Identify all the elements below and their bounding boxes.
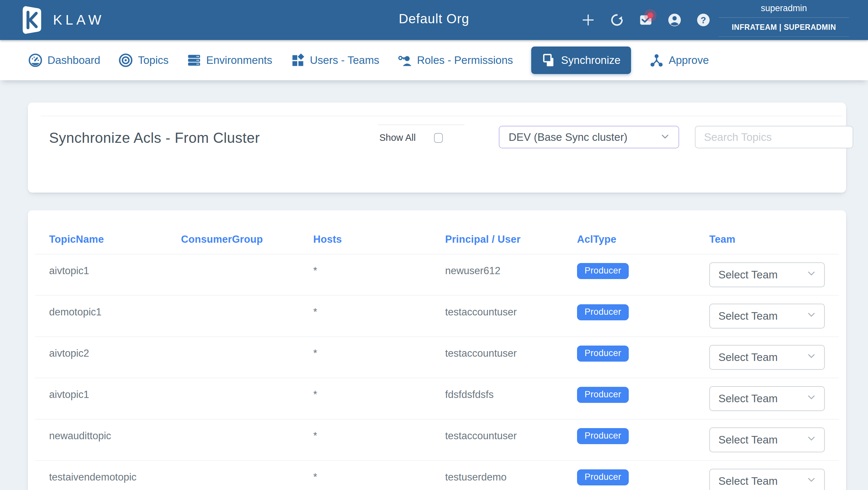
- table-row: demotopic1 * testaccountuser Producer Se…: [35, 296, 839, 337]
- nav-item-synchronize[interactable]: Synchronize: [531, 47, 631, 74]
- acl-type-badge: Producer: [577, 469, 629, 485]
- main-nav: Dashboard Topics Environments Users - Te…: [0, 40, 868, 80]
- cell-topicname: aivtopic1: [49, 389, 181, 401]
- nav-item-topics[interactable]: Topics: [119, 53, 168, 67]
- table-header-row: TopicName ConsumerGroup Hosts Principal …: [35, 210, 839, 255]
- table-row: newaudittopic * testaccountuser Producer…: [35, 420, 839, 461]
- acl-type-badge: Producer: [577, 346, 629, 362]
- cell-hosts: *: [313, 471, 445, 483]
- show-all-checkbox[interactable]: [434, 133, 443, 143]
- column-header-principal: Principal / User: [445, 234, 577, 245]
- user-block: superadmin INFRATEAM | SUPERADMIN: [719, 3, 849, 37]
- brand[interactable]: KLAW: [18, 4, 104, 36]
- cell-hosts: *: [313, 306, 445, 318]
- nav-label: Approve: [669, 54, 709, 66]
- acl-type-badge: Producer: [577, 304, 629, 320]
- nav-label: Synchronize: [561, 54, 621, 66]
- table-row: aivtopic2 * testaccountuser Producer Sel…: [35, 337, 839, 378]
- column-header-acltype: AclType: [577, 234, 709, 245]
- mail-icon[interactable]: [638, 12, 654, 28]
- select-team-dropdown[interactable]: Select Team: [709, 427, 825, 452]
- synchronize-icon: [542, 53, 556, 67]
- cell-topicname: aivtopic2: [49, 348, 181, 359]
- cell-principal: newuser612: [445, 265, 577, 277]
- cell-principal: testaccountuser: [445, 348, 577, 359]
- nav-item-roles-permissions[interactable]: Roles - Permissions: [398, 53, 513, 67]
- org-title: Default Org: [399, 11, 469, 26]
- acl-type-badge: Producer: [577, 428, 629, 444]
- cell-principal: fdsfdsfdsfs: [445, 389, 577, 401]
- klaw-logo: [18, 4, 44, 36]
- notification-dot: [647, 12, 653, 18]
- sync-acls-panel: Synchronize Acls - From Cluster Show All…: [28, 103, 846, 193]
- nav-item-environments[interactable]: Environments: [187, 53, 272, 67]
- topics-icon: [119, 53, 133, 67]
- acl-type-badge: Producer: [577, 263, 629, 279]
- select-team-dropdown[interactable]: Select Team: [709, 262, 825, 287]
- nav-label: Roles - Permissions: [417, 54, 513, 66]
- nav-label: Users - Teams: [310, 54, 379, 66]
- chevron-down-icon: [806, 309, 817, 323]
- brand-name: KLAW: [53, 12, 104, 28]
- cell-hosts: *: [313, 430, 445, 442]
- column-header-consumergroup: ConsumerGroup: [181, 234, 313, 245]
- table-row: testaivendemotopic * testuserdemo Produc…: [35, 461, 839, 490]
- select-team-dropdown[interactable]: Select Team: [709, 386, 825, 411]
- panel-divider: [41, 103, 842, 116]
- chevron-down-icon: [806, 392, 817, 405]
- cell-hosts: *: [313, 389, 445, 401]
- username[interactable]: superadmin: [719, 3, 849, 18]
- table-row: aivtopic1 * newuser612 Producer Select T…: [35, 255, 839, 296]
- cell-topicname: testaivendemotopic: [49, 471, 181, 483]
- plus-icon[interactable]: [580, 12, 596, 28]
- select-team-dropdown[interactable]: Select Team: [709, 345, 825, 370]
- cell-principal: testuserdemo: [445, 471, 577, 483]
- column-header-hosts: Hosts: [313, 234, 445, 245]
- table-body: aivtopic1 * newuser612 Producer Select T…: [28, 255, 846, 490]
- cell-topicname: aivtopic1: [49, 265, 181, 277]
- svg-text:?: ?: [701, 16, 706, 25]
- users-teams-icon: [291, 53, 305, 67]
- nav-item-dashboard[interactable]: Dashboard: [28, 53, 100, 67]
- cell-topicname: demotopic1: [49, 306, 181, 318]
- environments-icon: [187, 53, 201, 67]
- acl-type-badge: Producer: [577, 387, 629, 403]
- approve-icon: [649, 53, 664, 67]
- help-icon[interactable]: ?: [695, 12, 712, 28]
- cell-hosts: *: [313, 348, 445, 359]
- cell-hosts: *: [313, 265, 445, 277]
- cell-topicname: newaudittopic: [49, 430, 181, 442]
- chevron-down-icon: [806, 433, 817, 447]
- chevron-down-icon: [806, 474, 817, 488]
- chevron-down-icon: [806, 268, 817, 282]
- select-team-value: Select Team: [718, 393, 778, 405]
- cluster-select-value: DEV (Base Sync cluster): [508, 131, 627, 143]
- select-team-value: Select Team: [718, 351, 778, 364]
- account-icon[interactable]: [666, 12, 683, 28]
- chevron-down-icon: [659, 131, 671, 143]
- select-team-dropdown[interactable]: Select Team: [709, 469, 825, 490]
- chevron-down-icon: [806, 350, 817, 364]
- dashboard-icon: [28, 53, 42, 67]
- topbar-icon-group: ?: [580, 0, 712, 40]
- select-team-value: Select Team: [718, 475, 778, 487]
- page-title: Synchronize Acls - From Cluster: [49, 130, 334, 146]
- nav-item-users-teams[interactable]: Users - Teams: [291, 53, 379, 67]
- cell-principal: testaccountuser: [445, 306, 577, 318]
- select-team-dropdown[interactable]: Select Team: [709, 304, 825, 328]
- nav-item-approve[interactable]: Approve: [649, 53, 709, 67]
- refresh-icon[interactable]: [609, 12, 625, 28]
- acls-table-card: TopicName ConsumerGroup Hosts Principal …: [28, 210, 846, 490]
- app-header: KLAW Default Org: [0, 0, 868, 40]
- show-all-label: Show All: [379, 132, 416, 143]
- show-all-control: Show All: [378, 124, 464, 143]
- search-topics-input[interactable]: [695, 126, 853, 148]
- main-content: Synchronize Acls - From Cluster Show All…: [0, 80, 868, 490]
- team-role-selector[interactable]: INFRATEAM | SUPERADMIN: [719, 18, 849, 37]
- column-header-team: Team: [709, 234, 826, 245]
- select-team-value: Select Team: [718, 268, 778, 281]
- roles-permissions-icon: [398, 53, 412, 67]
- cluster-select[interactable]: DEV (Base Sync cluster): [499, 126, 679, 148]
- column-header-topicname: TopicName: [49, 234, 181, 245]
- nav-label: Dashboard: [48, 54, 100, 66]
